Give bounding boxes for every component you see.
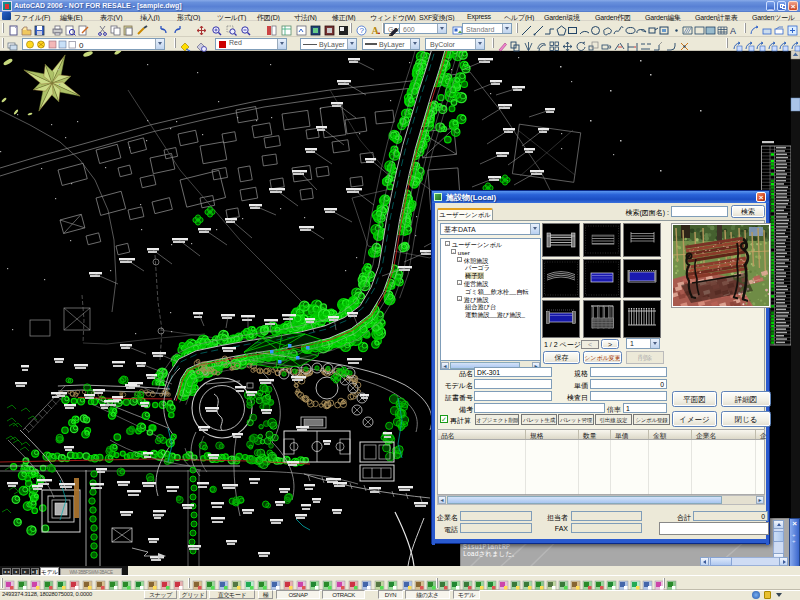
svg-text:?: ? bbox=[360, 26, 365, 35]
svg-text:A: A bbox=[372, 25, 380, 36]
svg-text:0: 0 bbox=[79, 40, 84, 49]
svg-text:A: A bbox=[730, 26, 736, 36]
